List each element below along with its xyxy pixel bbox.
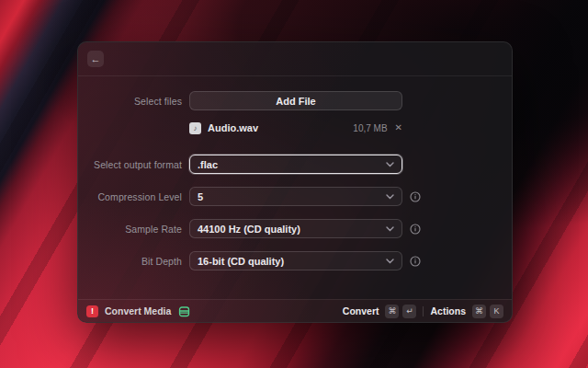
form-content: Select files Add File ♪ Audio.wav 10,7 M… [78,76,512,299]
output-format-select[interactable]: .flac [189,155,402,174]
info-icon[interactable] [410,191,432,202]
convert-media-window: ← Select files Add File ♪ Audio.wav [77,41,513,323]
select-files-row: Select files Add File [78,91,512,110]
music-note-glyph: ♪ [194,124,198,132]
back-arrow-icon: ← [91,54,101,64]
chevron-down-icon [386,194,394,200]
output-format-row: Select output format .flac [78,155,512,174]
return-key-icon: ↵ [402,305,416,318]
bit-depth-row: Bit Depth 16-bit (CD quality) [78,251,512,270]
command-title: Convert Media [105,305,171,316]
compression-level-row: Compression Level 5 [78,187,512,206]
cmd-key-icon: ⌘ [385,305,399,318]
media-status-icon [178,305,190,317]
bit-depth-select[interactable]: 16-bit (CD quality) [189,251,402,270]
convert-action-button[interactable]: Convert ⌘ ↵ [343,305,417,318]
k-key-icon: K [490,305,503,318]
compression-level-select[interactable]: 5 [189,187,402,206]
action-bar: ! Convert Media Convert ⌘ ↵ Actions ⌘ K [78,299,512,322]
chevron-down-icon [386,226,394,232]
output-format-label: Select output format [78,159,182,170]
bit-depth-label: Bit Depth [78,256,182,267]
window-header: ← [78,42,512,76]
sample-rate-select[interactable]: 44100 Hz (CD quality) [189,219,402,238]
info-icon[interactable] [410,224,432,235]
add-file-button[interactable]: Add File [189,91,402,110]
file-size: 10,7 MB [353,123,387,133]
cmd-key-icon: ⌘ [472,305,486,318]
compression-level-label: Compression Level [78,191,182,202]
select-files-label: Select files [78,96,182,107]
remove-file-button[interactable]: ✕ [395,123,402,132]
sample-rate-label: Sample Rate [78,224,182,235]
file-row: ♪ Audio.wav 10,7 MB ✕ [78,119,512,137]
audio-file-icon: ♪ [189,122,201,134]
file-item: ♪ Audio.wav 10,7 MB ✕ [189,119,402,137]
actions-menu-button[interactable]: Actions ⌘ K [430,305,503,318]
chevron-down-icon [386,162,394,167]
footer-divider [423,306,424,316]
chevron-down-icon [386,259,394,264]
convert-media-app-icon: ! [86,305,98,317]
sample-rate-row: Sample Rate 44100 Hz (CD quality) [78,219,512,238]
back-button[interactable]: ← [87,51,104,67]
desktop-wallpaper: ← Select files Add File ♪ Audio.wav [0,0,588,368]
info-icon[interactable] [410,256,432,267]
file-name: Audio.wav [208,122,353,133]
